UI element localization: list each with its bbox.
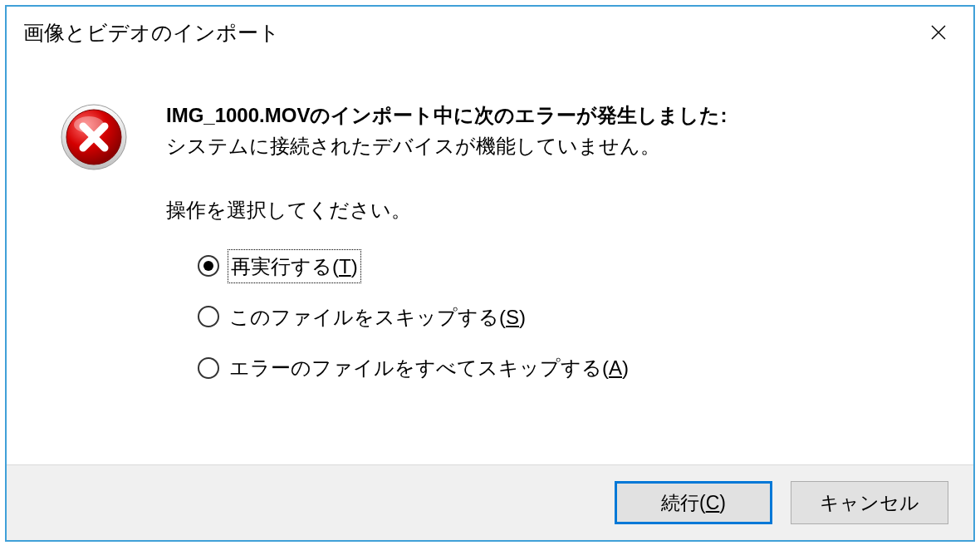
error-filename: IMG_1000.MOV bbox=[166, 104, 310, 126]
option-skip-file[interactable]: このファイルをスキップする(S) bbox=[198, 302, 948, 332]
cancel-button[interactable]: キャンセル bbox=[791, 481, 948, 524]
close-button[interactable] bbox=[922, 16, 955, 49]
dialog-footer: 続行(C) キャンセル bbox=[7, 464, 973, 540]
option-retry-label: 再実行する(T) bbox=[229, 251, 360, 282]
option-skip-file-label: このファイルをスキップする(S) bbox=[229, 302, 526, 332]
cancel-button-label: キャンセル bbox=[820, 490, 919, 516]
titlebar: 画像とビデオのインポート bbox=[7, 7, 973, 58]
radio-skip-file[interactable] bbox=[198, 306, 219, 327]
error-icon bbox=[60, 103, 128, 171]
radio-retry[interactable] bbox=[198, 255, 219, 277]
option-skip-all-label: エラーのファイルをすべてスキップする(A) bbox=[229, 352, 629, 383]
radio-skip-all[interactable] bbox=[198, 357, 219, 379]
error-message-line2: システムに接続されたデバイスが機能していません。 bbox=[166, 130, 948, 161]
continue-button-label: 続行(C) bbox=[661, 490, 726, 516]
message-column: IMG_1000.MOVのインポート中に次のエラーが発生しました: システムに接… bbox=[135, 100, 948, 448]
icon-column bbox=[60, 100, 135, 448]
options-group: 再実行する(T) このファイルをスキップする(S) エラーのファイルをすべてスキ… bbox=[166, 251, 948, 384]
continue-button[interactable]: 続行(C) bbox=[615, 481, 772, 524]
error-message-line1: IMG_1000.MOVのインポート中に次のエラーが発生しました: bbox=[166, 100, 948, 130]
dialog-title: 画像とビデオのインポート bbox=[23, 19, 280, 47]
error-after-filename: のインポート中に次のエラーが発生しました: bbox=[310, 104, 727, 126]
option-skip-all[interactable]: エラーのファイルをすべてスキップする(A) bbox=[198, 352, 948, 383]
close-icon bbox=[930, 24, 947, 41]
option-retry[interactable]: 再実行する(T) bbox=[198, 251, 948, 282]
import-error-dialog: 画像とビデオのインポート bbox=[5, 5, 975, 542]
action-prompt: 操作を選択してください。 bbox=[166, 194, 948, 225]
dialog-body: IMG_1000.MOVのインポート中に次のエラーが発生しました: システムに接… bbox=[7, 58, 973, 464]
